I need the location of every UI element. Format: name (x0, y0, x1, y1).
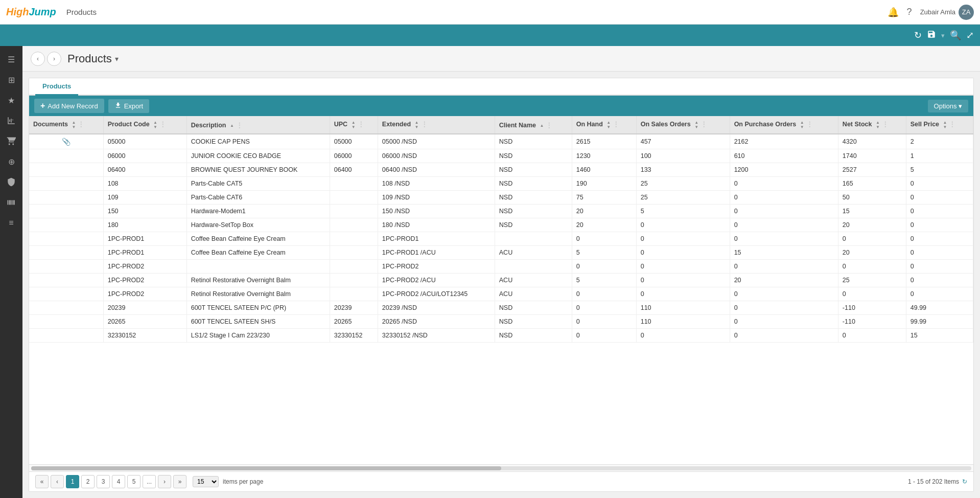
export-button[interactable]: Export (108, 99, 150, 113)
product-code-cell: 32330152 (103, 329, 186, 343)
upc-cell (330, 287, 378, 301)
sidebar-box-icon[interactable] (2, 173, 20, 191)
client-name-cell: NSD (495, 205, 572, 218)
on-sales-orders-cell: 5 (636, 205, 730, 218)
net-stock-cell: 0 (838, 329, 906, 343)
table-row: 109Parts-Cable CAT6109 /NSDNSD75250500 (29, 191, 973, 205)
sidebar-grid-icon[interactable]: ⊞ (2, 71, 20, 89)
description-cell: Parts-Cable CAT5 (186, 177, 330, 191)
client-name-cell: ACU (495, 287, 572, 301)
doc-cell (29, 191, 103, 205)
notification-icon[interactable]: 🔔 (888, 7, 899, 18)
doc-cell (29, 218, 103, 232)
add-new-record-button[interactable]: + Add New Record (34, 99, 104, 113)
table-row: 1PC-PROD1Coffee Bean Caffeine Eye Cream1… (29, 232, 973, 246)
on-purchase-orders-cell: 0 (730, 287, 838, 301)
back-arrow[interactable]: ‹ (31, 52, 45, 66)
on-sales-orders-cell: 100 (636, 149, 730, 163)
sidebar-menu-icon[interactable]: ☰ (2, 50, 20, 69)
on-hand-cell: 1230 (572, 149, 636, 163)
col-documents[interactable]: Documents ▲▼⋮ (29, 116, 103, 134)
net-stock-cell: 0 (838, 287, 906, 301)
pagination: « ‹ 1 2 3 4 5 ... › » 15 25 50 100 items… (29, 471, 973, 491)
per-page-label: items per page (223, 478, 263, 485)
upc-cell (330, 191, 378, 205)
description-cell: Hardware-SetTop Box (186, 218, 330, 232)
col-upc[interactable]: UPC ▲▼⋮ (330, 116, 378, 134)
sell-price-cell: 49.99 (906, 301, 973, 315)
net-stock-cell: 25 (838, 274, 906, 287)
doc-cell (29, 274, 103, 287)
extended-cell: 150 /NSD (378, 205, 495, 218)
save-button[interactable] (927, 30, 936, 41)
horizontal-scrollbar[interactable] (29, 464, 973, 471)
col-description[interactable]: Description ▲⋮ (186, 116, 330, 134)
product-code-cell: 1PC-PROD2 (103, 274, 186, 287)
sell-price-cell: 5 (906, 163, 973, 177)
forward-arrow[interactable]: › (47, 52, 61, 66)
refresh-pagination-icon[interactable]: ↻ (962, 478, 967, 485)
refresh-button[interactable]: ↻ (914, 30, 922, 41)
on-hand-cell: 2615 (572, 134, 636, 149)
description-cell: JUNIOR COOKIE CEO BADGE (186, 149, 330, 163)
sidebar-barcode-icon[interactable] (2, 193, 20, 212)
export-icon (114, 102, 122, 110)
page-title-dropdown[interactable]: ▾ (115, 55, 119, 63)
page-5-button[interactable]: 5 (127, 475, 141, 488)
on-hand-cell: 0 (572, 301, 636, 315)
on-sales-orders-cell: 0 (636, 232, 730, 246)
attachment-icon[interactable]: 📎 (62, 138, 71, 146)
sidebar-chart-icon[interactable] (2, 111, 20, 130)
page-4-button[interactable]: 4 (112, 475, 125, 488)
page-2-button[interactable]: 2 (81, 475, 95, 488)
sidebar-star-icon[interactable]: ★ (2, 91, 20, 109)
table-row: 32330152LS1/2 Stage I Cam 223/2303233015… (29, 329, 973, 343)
per-page-select[interactable]: 15 25 50 100 (193, 476, 219, 487)
sidebar-cart-icon[interactable] (2, 132, 20, 150)
on-sales-orders-cell: 110 (636, 315, 730, 329)
on-purchase-orders-cell: 0 (730, 218, 838, 232)
search-button[interactable]: 🔍 (950, 30, 961, 41)
col-net-stock[interactable]: Net Stock ▲▼⋮ (838, 116, 906, 134)
col-sell-price[interactable]: Sell Price ▲▼⋮ (906, 116, 973, 134)
top-navigation: HighJump Products 🔔 ? Zubair Amla ZA (0, 0, 980, 25)
client-name-cell: NSD (495, 329, 572, 343)
on-purchase-orders-cell: 15 (730, 246, 838, 260)
user-menu[interactable]: Zubair Amla ZA (920, 5, 974, 20)
sidebar-list-icon[interactable]: ≡ (2, 214, 20, 232)
on-hand-cell: 5 (572, 274, 636, 287)
on-purchase-orders-cell: 0 (730, 191, 838, 205)
expand-button[interactable]: ⤢ (966, 30, 974, 41)
net-stock-cell: -110 (838, 301, 906, 315)
logo: HighJump (6, 6, 56, 18)
tab-products[interactable]: Products (35, 78, 78, 96)
sidebar-add-icon[interactable]: ⊕ (2, 152, 20, 171)
options-button[interactable]: Options ▾ (928, 100, 968, 112)
page-1-button[interactable]: 1 (66, 475, 79, 488)
page-3-button[interactable]: 3 (97, 475, 110, 488)
net-stock-cell: 0 (838, 232, 906, 246)
prev-page-button[interactable]: ‹ (51, 475, 64, 488)
client-name-cell: NSD (495, 315, 572, 329)
col-on-purchase-orders[interactable]: On Purchase Orders ▲▼⋮ (730, 116, 838, 134)
table-row: 1PC-PROD2Retinol Restorative Overnight B… (29, 287, 973, 301)
net-stock-cell: 2527 (838, 163, 906, 177)
col-on-hand[interactable]: On Hand ▲▼⋮ (572, 116, 636, 134)
help-icon[interactable]: ? (907, 7, 912, 17)
nav-title: Products (66, 8, 888, 16)
col-product-code[interactable]: Product Code ▲▼⋮ (103, 116, 186, 134)
client-name-cell (495, 260, 572, 274)
client-name-cell (495, 232, 572, 246)
upc-cell: 32330152 (330, 329, 378, 343)
description-cell: Retinol Restorative Overnight Balm (186, 274, 330, 287)
net-stock-cell: 0 (838, 260, 906, 274)
page-title: Products (67, 52, 112, 65)
next-page-button[interactable]: › (158, 475, 171, 488)
client-name-cell: ACU (495, 274, 572, 287)
last-page-button[interactable]: » (173, 475, 186, 488)
first-page-button[interactable]: « (35, 475, 49, 488)
extended-cell: 1PC-PROD2 /ACU (378, 274, 495, 287)
col-client-name[interactable]: Client Name ▲⋮ (495, 116, 572, 134)
col-on-sales-orders[interactable]: On Sales Orders ▲▼⋮ (636, 116, 730, 134)
col-extended[interactable]: Extended ▲▼⋮ (378, 116, 495, 134)
